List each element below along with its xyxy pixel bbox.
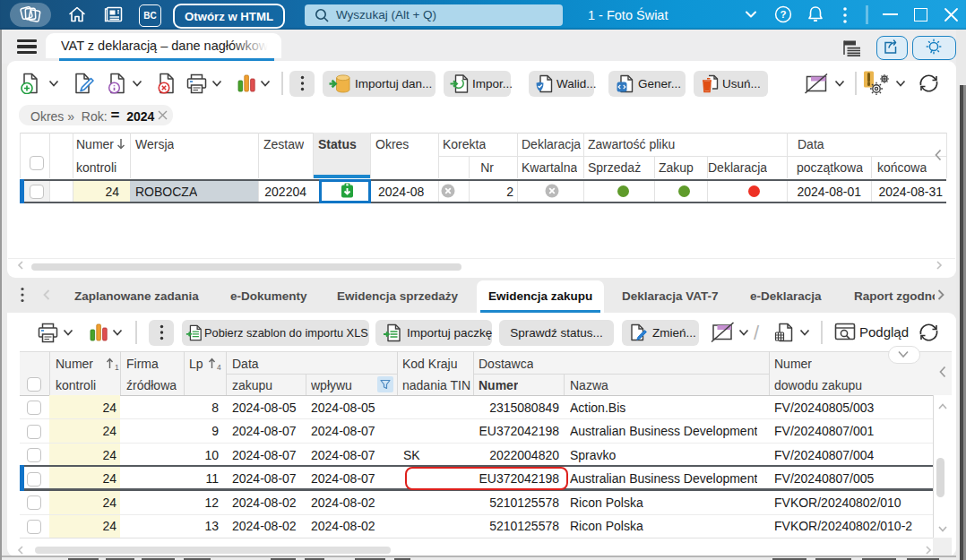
svg-text:4: 4 (217, 363, 221, 372)
svg-text:1: 1 (115, 363, 119, 372)
svg-text:?: ? (780, 9, 786, 20)
